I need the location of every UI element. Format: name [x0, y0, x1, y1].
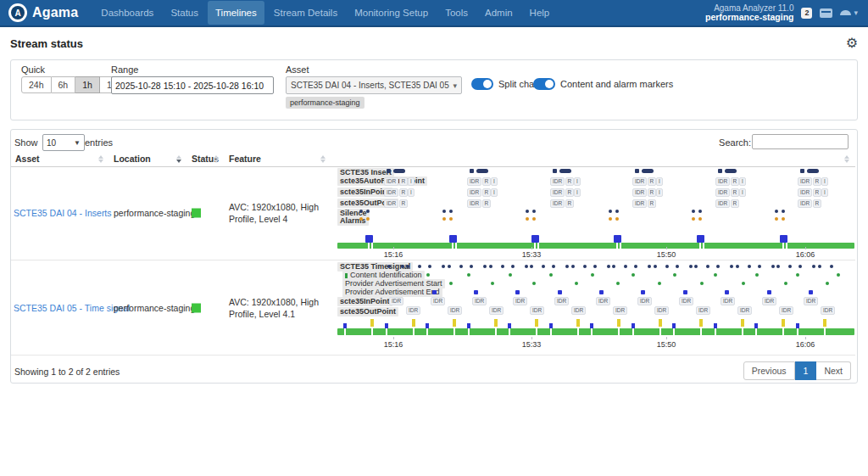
nav-item-admin[interactable]: Admin [477, 1, 520, 25]
quick-button-24h[interactable]: 24h [21, 76, 52, 93]
panels-icon[interactable] [820, 8, 832, 18]
frame-badge: IDR [384, 188, 398, 197]
sort-icon-status[interactable] [214, 155, 219, 163]
quick-button-1h[interactable]: 1h [75, 76, 100, 93]
search-input[interactable] [752, 134, 849, 149]
bar-gap [368, 243, 370, 249]
page-length-select[interactable]: 10 ▼ [42, 134, 85, 151]
frame-badge: IDR [779, 306, 793, 315]
event-tick [659, 319, 662, 327]
environment-name: performance-staging [705, 13, 793, 22]
sort-icon-location[interactable] [176, 155, 181, 163]
event-dot [542, 265, 545, 268]
frame-badge: IDR [804, 297, 818, 305]
column-header-asset[interactable]: Asset [15, 154, 40, 164]
nav-item-status[interactable]: Status [163, 1, 206, 25]
column-header-location[interactable]: Location [114, 154, 151, 164]
event-tick [453, 319, 456, 327]
main-menu: DashboardsStatusTimelinesStream DetailsM… [93, 1, 557, 25]
event-dot [401, 265, 404, 268]
event-dot [511, 265, 515, 268]
event-square [683, 290, 687, 294]
quick-button-6h[interactable]: 6h [52, 76, 76, 93]
axis-label: 16:06 [796, 250, 815, 259]
event-dot [591, 273, 594, 277]
event-dot [788, 265, 792, 268]
bar-gap [468, 328, 470, 335]
frame-badge: IDR [472, 297, 487, 305]
nav-item-dashboards[interactable]: Dashboards [93, 1, 161, 25]
event-tick [576, 319, 580, 327]
next-page-button[interactable]: Next [816, 361, 851, 380]
pagination: Previous 1 Next [743, 361, 851, 380]
bar-gap [620, 243, 621, 249]
axis-tick [666, 337, 667, 339]
event-square [725, 290, 729, 294]
frame-badge: R [731, 199, 740, 208]
column-header-feature[interactable]: Feature [229, 154, 261, 164]
insert-marker [387, 169, 391, 173]
bar-gap [824, 328, 826, 335]
event-dot [359, 210, 363, 213]
axis-tick [393, 337, 394, 339]
frame-badge: I [408, 177, 415, 186]
bar-gap [786, 243, 787, 249]
nav-item-tools[interactable]: Tools [437, 1, 476, 25]
page-length-value: 10 [47, 138, 56, 148]
timeline-chart-inserts[interactable]: SCTE35 Insertscte35AutoReturnPointscte35… [337, 166, 854, 260]
settings-gear-icon[interactable]: ⚙ [846, 36, 858, 50]
frame-badge: IDR [384, 199, 398, 208]
event-dot [530, 265, 533, 268]
page-1-button[interactable]: 1 [795, 361, 817, 380]
frame-badge: I [574, 188, 581, 197]
event-dot [700, 282, 704, 285]
event-tick [699, 319, 703, 327]
agama-logo[interactable]: A Agama [0, 3, 78, 22]
frame-badge: R [399, 188, 409, 197]
event-dot [755, 273, 759, 277]
nav-item-stream-details[interactable]: Stream Details [266, 1, 345, 25]
bar-gap [344, 328, 346, 335]
event-square [767, 290, 771, 294]
bar-gap [536, 328, 537, 335]
bar-gap [371, 243, 373, 249]
asset-link[interactable]: SCTE35 DAI 05 - Time signal [14, 303, 130, 313]
event-tick [412, 319, 415, 327]
sort-icon-timeline[interactable] [844, 155, 849, 163]
notification-badge[interactable]: 2 [801, 8, 812, 19]
range-input[interactable] [111, 76, 274, 94]
event-dot [694, 265, 698, 268]
insert-marker [718, 169, 722, 173]
split-chart-toggle[interactable] [471, 78, 493, 90]
sort-icon-asset[interactable] [98, 155, 103, 163]
previous-page-button[interactable]: Previous [743, 361, 795, 380]
bar-gap [703, 243, 704, 249]
event-dot [366, 210, 370, 213]
user-menu[interactable]: ▾ [840, 8, 858, 17]
event-dot [532, 210, 536, 213]
nav-item-help[interactable]: Help [522, 1, 558, 25]
frame-badge: IDR [530, 306, 544, 315]
axis-label: 15:50 [657, 250, 676, 259]
bar-gap [659, 328, 661, 335]
event-dot [448, 265, 451, 268]
content-alarm-markers-toggle[interactable] [533, 78, 555, 90]
event-dot [418, 265, 421, 268]
timeline-chart-timesignal[interactable]: SCTE35 TimesignalContent IdentificationP… [337, 260, 854, 356]
frame-badge: IDR [467, 177, 481, 186]
event-dot [796, 273, 799, 277]
event-dot [532, 282, 536, 285]
frame-badge: IDR [384, 177, 398, 186]
frame-badge: IDR [762, 297, 776, 305]
sort-icon-feature[interactable] [320, 155, 326, 163]
asset-select[interactable]: SCTE35 DAI 04 - Inserts, SCTE35 DAI 05 -… [286, 76, 462, 94]
nav-item-timelines[interactable]: Timelines [208, 1, 264, 25]
frame-badge: R [813, 199, 822, 208]
nav-item-monitoring-setup[interactable]: Monitoring Setup [347, 1, 436, 25]
frame-badge: IDR [632, 199, 647, 208]
insert-marker [725, 169, 737, 173]
splice-marker [365, 235, 373, 243]
quick-label: Quick [21, 64, 45, 75]
frame-badge: IDR [513, 297, 527, 305]
asset-link[interactable]: SCTE35 DAI 04 - Inserts [14, 208, 112, 218]
